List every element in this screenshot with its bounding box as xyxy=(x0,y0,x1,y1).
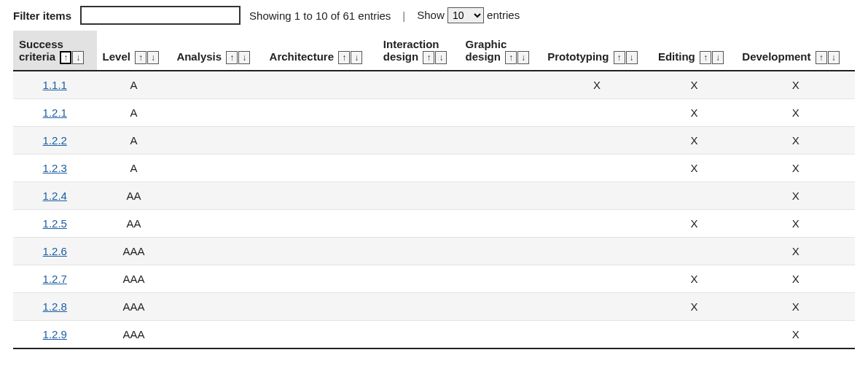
cell-graphic xyxy=(460,99,542,127)
cell-prototyping xyxy=(541,265,652,293)
criteria-link[interactable]: 1.2.7 xyxy=(43,273,67,285)
cell-architecture xyxy=(264,265,378,293)
col-label-development: Development xyxy=(742,50,810,63)
cell-level: A xyxy=(97,71,171,99)
cell-prototyping: X xyxy=(541,71,652,99)
col-label-editing: Editing xyxy=(658,50,695,63)
sort-asc-criteria[interactable]: ↑ xyxy=(60,51,71,64)
col-label-criteria: Successcriteria xyxy=(19,38,63,63)
table-row: 1.2.7AAAXX xyxy=(13,265,855,293)
sort-asc-analysis[interactable]: ↑ xyxy=(226,51,238,64)
sort-asc-interaction[interactable]: ↑ xyxy=(423,51,434,64)
cell-architecture xyxy=(264,293,378,321)
cell-prototyping xyxy=(541,182,652,210)
criteria-link[interactable]: 1.2.8 xyxy=(43,300,67,313)
cell-analysis xyxy=(171,293,263,321)
cell-criteria: 1.2.1 xyxy=(13,99,97,127)
sort-desc-level[interactable]: ↓ xyxy=(147,51,159,64)
showing-text: Showing 1 to 10 of 61 entries xyxy=(249,9,391,22)
cell-graphic xyxy=(460,71,542,99)
divider: | xyxy=(399,9,408,22)
col-label-graphic: Graphicdesign xyxy=(466,38,507,63)
sort-asc-editing[interactable]: ↑ xyxy=(700,51,711,64)
cell-graphic xyxy=(460,210,542,238)
cell-architecture xyxy=(264,210,378,238)
cell-criteria: 1.2.7 xyxy=(13,265,97,293)
sort-desc-editing[interactable]: ↓ xyxy=(712,51,724,64)
cell-graphic xyxy=(460,182,542,210)
sort-desc-development[interactable]: ↓ xyxy=(828,51,840,64)
cell-analysis xyxy=(171,210,263,238)
criteria-link[interactable]: 1.2.9 xyxy=(43,328,67,340)
table-controls: Filter items Showing 1 to 10 of 61 entri… xyxy=(13,6,855,25)
table-row: 1.2.3AXX xyxy=(13,155,855,182)
table-row: 1.2.4AAX xyxy=(13,182,855,210)
col-header-criteria: Successcriteria ↑↓ xyxy=(13,31,97,71)
col-header-prototyping: Prototyping ↑↓ xyxy=(541,31,652,71)
cell-criteria: 1.1.1 xyxy=(13,71,97,99)
criteria-link[interactable]: 1.2.1 xyxy=(43,106,67,119)
cell-prototyping xyxy=(541,127,652,155)
cell-architecture xyxy=(264,321,378,349)
sort-desc-analysis[interactable]: ↓ xyxy=(238,51,250,64)
sort-desc-prototyping[interactable]: ↓ xyxy=(626,51,638,64)
criteria-link[interactable]: 1.2.2 xyxy=(43,134,67,147)
cell-criteria: 1.2.4 xyxy=(13,182,97,210)
cell-criteria: 1.2.5 xyxy=(13,210,97,238)
filter-input[interactable] xyxy=(80,6,241,25)
sort-asc-architecture[interactable]: ↑ xyxy=(338,51,350,64)
criteria-link[interactable]: 1.2.5 xyxy=(43,217,67,230)
criteria-link[interactable]: 1.2.3 xyxy=(43,162,67,174)
cell-editing xyxy=(652,182,736,210)
cell-editing: X xyxy=(652,293,736,321)
cell-development: X xyxy=(736,238,855,265)
table-row: 1.1.1AXXX xyxy=(13,71,855,99)
sort-desc-interaction[interactable]: ↓ xyxy=(435,51,447,64)
cell-prototyping xyxy=(541,293,652,321)
cell-architecture xyxy=(264,155,378,182)
sort-desc-graphic[interactable]: ↓ xyxy=(517,51,529,64)
table-row: 1.2.9AAAX xyxy=(13,321,855,349)
table-row: 1.2.8AAAXX xyxy=(13,293,855,321)
criteria-link[interactable]: 1.2.4 xyxy=(43,190,67,202)
cell-architecture xyxy=(264,99,378,127)
cell-interaction xyxy=(378,210,460,238)
col-header-graphic: Graphicdesign ↑↓ xyxy=(460,31,542,71)
cell-development: X xyxy=(736,293,855,321)
cell-level: AAA xyxy=(97,265,171,293)
cell-interaction xyxy=(378,182,460,210)
sort-desc-criteria[interactable]: ↓ xyxy=(72,51,84,64)
sort-asc-prototyping[interactable]: ↑ xyxy=(614,51,625,64)
col-header-editing: Editing ↑↓ xyxy=(652,31,736,71)
col-header-level: Level ↑↓ xyxy=(97,31,171,71)
cell-prototyping xyxy=(541,155,652,182)
col-label-level: Level xyxy=(103,50,130,63)
sort-asc-development[interactable]: ↑ xyxy=(816,51,827,64)
cell-development: X xyxy=(736,99,855,127)
cell-development: X xyxy=(736,265,855,293)
cell-editing: X xyxy=(652,71,736,99)
cell-graphic xyxy=(460,238,542,265)
cell-analysis xyxy=(171,265,263,293)
cell-level: AA xyxy=(97,182,171,210)
criteria-link[interactable]: 1.2.6 xyxy=(43,245,67,257)
cell-architecture xyxy=(264,182,378,210)
cell-level: AA xyxy=(97,210,171,238)
table-row: 1.2.1AXX xyxy=(13,99,855,127)
sort-asc-graphic[interactable]: ↑ xyxy=(505,51,517,64)
cell-level: A xyxy=(97,127,171,155)
cell-editing: X xyxy=(652,127,736,155)
show-entries-select[interactable]: 102550100 xyxy=(447,7,484,23)
cell-architecture xyxy=(264,71,378,99)
data-table: Successcriteria ↑↓Level ↑↓Analysis ↑↓Arc… xyxy=(13,31,855,349)
cell-analysis xyxy=(171,155,263,182)
sort-desc-architecture[interactable]: ↓ xyxy=(351,51,362,64)
col-label-analysis: Analysis xyxy=(176,50,222,63)
cell-analysis xyxy=(171,99,263,127)
cell-criteria: 1.2.3 xyxy=(13,155,97,182)
cell-level: A xyxy=(97,99,171,127)
cell-graphic xyxy=(460,127,542,155)
cell-interaction xyxy=(378,99,460,127)
sort-asc-level[interactable]: ↑ xyxy=(135,51,146,64)
criteria-link[interactable]: 1.1.1 xyxy=(43,79,67,91)
